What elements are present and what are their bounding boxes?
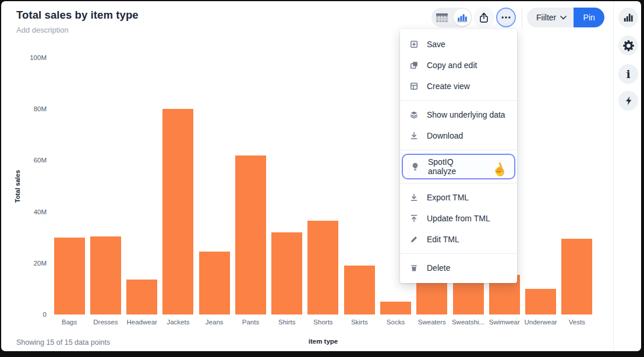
sidebar-divider xyxy=(613,1,614,351)
sidebar-chart-config-button[interactable] xyxy=(618,8,638,27)
bar-slot xyxy=(51,58,87,314)
bar-bags[interactable] xyxy=(54,238,85,314)
sidebar-settings-button[interactable] xyxy=(618,36,638,55)
x-tick-label: Sweaters xyxy=(414,319,450,326)
download-icon xyxy=(409,193,419,202)
x-tick-label: Shirts xyxy=(269,319,305,326)
more-options-button[interactable] xyxy=(496,8,516,27)
y-tick-label: 60M xyxy=(23,157,47,164)
chart-config-icon xyxy=(624,13,633,22)
menu-item-label: Show underlying data xyxy=(427,110,505,119)
menu-item-delete[interactable]: Delete xyxy=(400,257,517,278)
add-description-placeholder[interactable]: Add description xyxy=(16,26,69,34)
info-icon: i xyxy=(626,69,630,80)
bar-jackets[interactable] xyxy=(162,109,193,314)
chart-view-icon xyxy=(457,13,468,22)
sidebar-info-button[interactable]: i xyxy=(618,64,638,84)
bar-slot xyxy=(87,58,123,314)
bar-skirts[interactable] xyxy=(344,266,375,314)
x-axis-labels: BagsDressesHeadwearJacketsJeansPantsShir… xyxy=(51,319,595,326)
menu-item-export-tml[interactable]: Export TML xyxy=(400,187,517,208)
y-tick-label: 20M xyxy=(23,260,47,267)
table-view-button[interactable] xyxy=(431,8,452,27)
bar-shorts[interactable] xyxy=(307,221,338,314)
bar-slot xyxy=(124,58,160,314)
x-tick-label: Jeans xyxy=(196,319,232,326)
x-tick-label: Bags xyxy=(51,319,87,326)
menu-item-copy-and-edit[interactable]: Copy and edit xyxy=(400,55,517,76)
pin-button[interactable]: Pin xyxy=(574,8,604,27)
bar-dresses[interactable] xyxy=(90,236,121,315)
bar-slot xyxy=(269,58,305,314)
menu-item-label: Copy and edit xyxy=(427,61,477,70)
menu-item-label: Export TML xyxy=(427,193,469,202)
bar-jeans[interactable] xyxy=(199,252,230,314)
copy-and-edit-icon xyxy=(409,61,419,70)
menu-item-label: Create view xyxy=(427,82,470,91)
x-axis-title: item type xyxy=(51,338,595,345)
table-view-icon xyxy=(436,13,448,22)
menu-item-label: SpotIQ analyze xyxy=(428,157,482,176)
hand-pointer-icon: ☝ xyxy=(490,161,508,177)
menu-item-save[interactable]: Save xyxy=(400,34,517,55)
x-tick-label: Skirts xyxy=(341,319,377,326)
menu-item-label: Delete xyxy=(427,263,450,273)
ellipsis-icon xyxy=(501,16,511,19)
download-icon xyxy=(409,131,419,140)
chart-view-button[interactable] xyxy=(454,9,471,26)
view-toggle xyxy=(431,8,472,27)
x-tick-label: Shorts xyxy=(305,319,341,326)
gear-icon xyxy=(623,40,634,51)
pencil-icon xyxy=(409,235,419,244)
bar-slot xyxy=(341,58,377,314)
bar-slot xyxy=(522,58,558,314)
pin-button-label: Pin xyxy=(583,13,595,22)
x-tick-label: Sweatshi... xyxy=(450,319,486,326)
x-tick-label: Headwear xyxy=(124,319,160,326)
menu-item-edit-tml[interactable]: Edit TML xyxy=(400,229,517,250)
y-axis-ticks: 100M80M60M40M20M0 xyxy=(23,58,47,314)
save-icon xyxy=(409,40,419,49)
bar-underwear[interactable] xyxy=(525,289,556,314)
sidebar-lightning-button[interactable] xyxy=(618,91,638,111)
y-tick-label: 0 xyxy=(23,311,47,318)
create-view-icon xyxy=(409,82,419,91)
menu-divider xyxy=(400,183,517,183)
lightning-icon xyxy=(625,96,632,105)
upload-icon xyxy=(409,214,419,223)
y-tick-label: 100M xyxy=(23,54,47,61)
app-window: Total sales by item type Add description xyxy=(1,1,641,351)
y-tick-label: 40M xyxy=(23,208,47,215)
trash-icon xyxy=(409,263,419,273)
filter-button-label: Fiilter xyxy=(536,13,556,22)
y-axis-title: Total sales xyxy=(13,58,22,314)
menu-item-spotiq-analyze[interactable]: SpotIQ analyze ☝ xyxy=(403,155,514,178)
menu-item-download[interactable]: Download xyxy=(400,125,517,146)
menu-item-show-underlying-data[interactable]: Show underlying data xyxy=(400,104,517,125)
menu-item-label: Download xyxy=(427,131,463,140)
filter-button[interactable]: Fiilter xyxy=(527,8,574,27)
bar-pants[interactable] xyxy=(235,155,266,314)
x-tick-label: Dresses xyxy=(87,319,123,326)
x-tick-label: Jackets xyxy=(160,319,196,326)
bar-slot xyxy=(196,58,232,314)
menu-item-update-from-tml[interactable]: Update from TML xyxy=(400,208,517,229)
toolbar-divider xyxy=(522,8,522,27)
bar-shirts[interactable] xyxy=(271,232,302,314)
bar-slot xyxy=(232,58,268,314)
menu-divider xyxy=(400,100,517,101)
menu-item-create-view[interactable]: Create view xyxy=(400,76,517,97)
x-tick-label: Vests xyxy=(559,319,595,326)
y-tick-label: 80M xyxy=(23,105,47,112)
x-tick-label: Socks xyxy=(377,319,413,326)
more-options-menu: Save Copy and edit Create view xyxy=(400,29,517,283)
bar-headwear[interactable] xyxy=(126,280,157,314)
x-tick-label: Swimwear xyxy=(486,319,522,326)
share-button[interactable] xyxy=(473,7,494,28)
x-tick-label: Underwear xyxy=(522,319,558,326)
page-title: Total sales by item type xyxy=(16,9,139,22)
bar-socks[interactable] xyxy=(380,302,411,314)
menu-item-spotiq-highlight: SpotIQ analyze ☝ xyxy=(402,154,515,179)
bar-vests[interactable] xyxy=(561,239,592,314)
menu-divider xyxy=(400,253,517,254)
